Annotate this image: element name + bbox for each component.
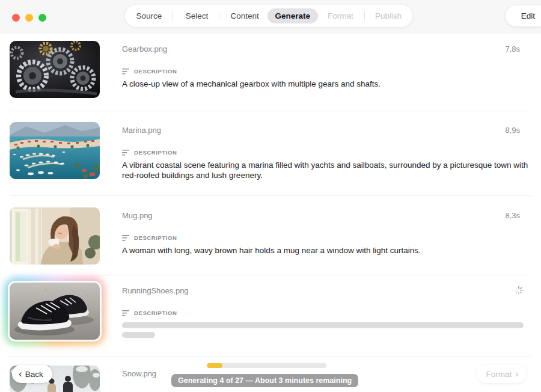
- description-text: A close-up view of a mechanical gearbox …: [122, 79, 531, 89]
- row-divider: [10, 195, 531, 196]
- tab-generate[interactable]: Generate: [269, 8, 317, 23]
- format-button-label: Format: [486, 370, 512, 379]
- step-tabs: Source Select Content Generate Format Pu…: [125, 5, 412, 27]
- tab-format-label: Format: [328, 11, 353, 20]
- edit-button[interactable]: Edit: [506, 5, 541, 26]
- traffic-lights: [12, 14, 46, 22]
- description-label: DESCRIPTION: [134, 310, 177, 316]
- runningshoes-image: [10, 283, 100, 340]
- description-label: DESCRIPTION: [134, 149, 177, 156]
- tab-divider: [364, 11, 365, 20]
- thumbnail-marina[interactable]: [10, 122, 100, 179]
- row-divider: [10, 111, 531, 111]
- row-divider: [10, 357, 531, 357]
- tab-source[interactable]: Source: [125, 11, 173, 20]
- description-lines-icon: [122, 150, 129, 156]
- description-header: DESCRIPTION: [122, 310, 177, 316]
- titlebar: Source Select Content Generate Format Pu…: [0, 0, 541, 34]
- chevron-right-icon: ›: [515, 369, 519, 379]
- tab-publish: Publish: [364, 11, 412, 20]
- description-lines-icon: [122, 235, 129, 241]
- description-text: A woman with long, wavy brown hair holds…: [122, 245, 531, 256]
- description-header: DESCRIPTION: [122, 234, 177, 241]
- generation-status-badge: Generating 4 of 27 — About 3 minutes rem…: [171, 374, 358, 387]
- description-label: DESCRIPTION: [134, 234, 177, 241]
- tab-source-label: Source: [136, 11, 162, 20]
- marina-image: [10, 122, 100, 179]
- skeleton-line: [122, 332, 155, 338]
- tab-select[interactable]: Select: [173, 11, 221, 20]
- generating-glow: [10, 283, 100, 340]
- tab-publish-label: Publish: [375, 11, 402, 20]
- description-text: A vibrant coastal scene featuring a mari…: [122, 160, 531, 180]
- duration: 8,3s: [505, 211, 520, 220]
- tab-select-label: Select: [186, 11, 209, 20]
- progress-fill: [207, 363, 222, 368]
- loading-spinner-icon: [514, 286, 524, 295]
- description-header: DESCRIPTION: [122, 68, 177, 75]
- filename: Snow.png: [122, 369, 156, 378]
- filename: Gearbox.png: [122, 44, 167, 54]
- app-window: Source Select Content Generate Format Pu…: [0, 0, 541, 392]
- tab-divider: [173, 11, 173, 20]
- tab-divider: [221, 11, 221, 20]
- back-button-label: Back: [25, 370, 43, 379]
- minimize-window-button[interactable]: [25, 14, 33, 22]
- thumbnail-gearbox[interactable]: [10, 41, 100, 98]
- description-lines-icon: [122, 310, 129, 316]
- mug-image: [10, 207, 100, 265]
- description-header: DESCRIPTION: [122, 149, 177, 156]
- thumbnail-mug[interactable]: [10, 207, 100, 265]
- close-window-button[interactable]: [12, 14, 20, 22]
- description-lines-icon: [122, 69, 129, 75]
- description-label: DESCRIPTION: [134, 68, 177, 75]
- duration: 7,8s: [505, 44, 520, 54]
- duration: 8,9s: [505, 126, 520, 135]
- tab-format: Format: [317, 11, 365, 20]
- tab-generate-label: Generate: [267, 8, 319, 23]
- chevron-left-icon: ‹: [19, 369, 22, 379]
- back-button[interactable]: ‹ Back: [12, 365, 52, 383]
- filename: RunningShoes.png: [122, 286, 189, 295]
- filename: Marina.png: [122, 126, 161, 135]
- row-divider: [10, 275, 531, 275]
- generation-progress-bar: [207, 363, 326, 368]
- tab-content-label: Content: [230, 11, 258, 20]
- zoom-window-button[interactable]: [38, 14, 46, 22]
- skeleton-line: [122, 322, 524, 328]
- format-button: Format ›: [477, 365, 527, 383]
- filename: Mug.png: [122, 211, 153, 220]
- gearbox-image: [10, 41, 100, 98]
- thumbnail-runningshoes[interactable]: [10, 283, 100, 340]
- tab-content[interactable]: Content: [221, 11, 269, 20]
